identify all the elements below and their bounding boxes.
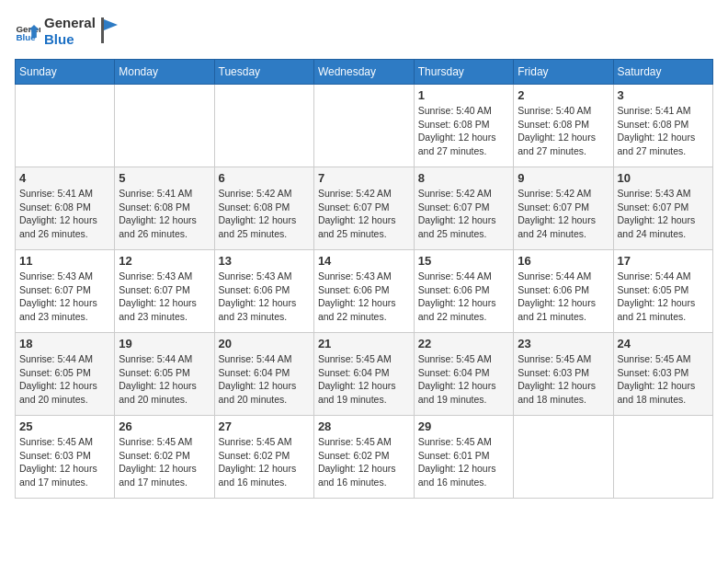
day-info: Sunrise: 5:42 AM Sunset: 6:08 PM Dayligh… <box>219 187 310 241</box>
calendar-cell: 9Sunrise: 5:42 AM Sunset: 6:07 PM Daylig… <box>514 167 613 250</box>
page-header: General Blue General Blue <box>15 15 713 48</box>
logo-icon: General Blue <box>15 18 40 44</box>
day-info: Sunrise: 5:44 AM Sunset: 6:06 PM Dayligh… <box>518 270 609 324</box>
calendar-week-row: 4Sunrise: 5:41 AM Sunset: 6:08 PM Daylig… <box>16 167 713 250</box>
calendar-table: SundayMondayTuesdayWednesdayThursdayFrid… <box>15 59 713 499</box>
calendar-cell: 22Sunrise: 5:45 AM Sunset: 6:04 PM Dayli… <box>414 333 514 416</box>
calendar-cell <box>313 85 414 167</box>
day-info: Sunrise: 5:42 AM Sunset: 6:07 PM Dayligh… <box>418 187 510 241</box>
calendar-cell: 10Sunrise: 5:43 AM Sunset: 6:07 PM Dayli… <box>613 167 712 250</box>
day-info: Sunrise: 5:41 AM Sunset: 6:08 PM Dayligh… <box>618 104 709 158</box>
day-info: Sunrise: 5:42 AM Sunset: 6:07 PM Dayligh… <box>318 187 410 241</box>
day-number: 29 <box>418 419 510 433</box>
day-number: 4 <box>19 171 110 185</box>
calendar-cell: 28Sunrise: 5:45 AM Sunset: 6:02 PM Dayli… <box>313 416 414 499</box>
calendar-cell: 23Sunrise: 5:45 AM Sunset: 6:03 PM Dayli… <box>514 333 613 416</box>
calendar-cell: 7Sunrise: 5:42 AM Sunset: 6:07 PM Daylig… <box>313 167 414 250</box>
day-number: 9 <box>518 171 609 185</box>
calendar-cell: 1Sunrise: 5:40 AM Sunset: 6:08 PM Daylig… <box>414 85 514 167</box>
day-number: 18 <box>19 337 110 350</box>
day-number: 22 <box>418 337 510 350</box>
calendar-cell: 5Sunrise: 5:41 AM Sunset: 6:08 PM Daylig… <box>115 167 214 250</box>
day-number: 10 <box>618 171 709 185</box>
day-number: 24 <box>618 337 709 350</box>
calendar-cell: 15Sunrise: 5:44 AM Sunset: 6:06 PM Dayli… <box>414 250 514 333</box>
calendar-cell: 4Sunrise: 5:41 AM Sunset: 6:08 PM Daylig… <box>16 167 115 250</box>
day-number: 11 <box>19 254 110 268</box>
day-info: Sunrise: 5:42 AM Sunset: 6:07 PM Dayligh… <box>518 187 609 241</box>
day-number: 6 <box>219 171 310 185</box>
svg-rect-3 <box>101 17 104 43</box>
calendar-cell: 13Sunrise: 5:43 AM Sunset: 6:06 PM Dayli… <box>214 250 313 333</box>
calendar-cell <box>514 416 613 499</box>
calendar-week-row: 25Sunrise: 5:45 AM Sunset: 6:03 PM Dayli… <box>16 416 713 499</box>
calendar-cell <box>613 416 712 499</box>
calendar-cell: 8Sunrise: 5:42 AM Sunset: 6:07 PM Daylig… <box>414 167 514 250</box>
calendar-cell <box>214 85 313 167</box>
day-number: 17 <box>618 254 709 268</box>
calendar-week-row: 18Sunrise: 5:44 AM Sunset: 6:05 PM Dayli… <box>16 333 713 416</box>
day-number: 25 <box>19 419 110 433</box>
column-header-sunday: Sunday <box>16 60 115 85</box>
day-number: 12 <box>119 254 210 268</box>
calendar-cell: 25Sunrise: 5:45 AM Sunset: 6:03 PM Dayli… <box>16 416 115 499</box>
day-info: Sunrise: 5:43 AM Sunset: 6:07 PM Dayligh… <box>618 187 709 241</box>
day-number: 28 <box>318 419 410 433</box>
calendar-cell: 12Sunrise: 5:43 AM Sunset: 6:07 PM Dayli… <box>115 250 214 333</box>
day-number: 23 <box>518 337 609 350</box>
calendar-cell: 24Sunrise: 5:45 AM Sunset: 6:03 PM Dayli… <box>613 333 712 416</box>
day-info: Sunrise: 5:45 AM Sunset: 6:03 PM Dayligh… <box>618 352 709 407</box>
column-header-wednesday: Wednesday <box>313 60 414 85</box>
logo: General Blue General Blue <box>15 15 119 48</box>
column-header-monday: Monday <box>115 60 214 85</box>
day-number: 15 <box>418 254 510 268</box>
day-number: 27 <box>219 419 310 433</box>
calendar-cell: 29Sunrise: 5:45 AM Sunset: 6:01 PM Dayli… <box>414 416 514 499</box>
day-number: 21 <box>318 337 410 350</box>
logo-flag-icon <box>99 17 119 45</box>
day-info: Sunrise: 5:40 AM Sunset: 6:08 PM Dayligh… <box>518 104 609 158</box>
day-info: Sunrise: 5:43 AM Sunset: 6:07 PM Dayligh… <box>119 270 210 324</box>
day-info: Sunrise: 5:45 AM Sunset: 6:01 PM Dayligh… <box>418 435 510 489</box>
day-info: Sunrise: 5:45 AM Sunset: 6:04 PM Dayligh… <box>418 352 510 407</box>
day-number: 19 <box>119 337 210 350</box>
calendar-cell: 3Sunrise: 5:41 AM Sunset: 6:08 PM Daylig… <box>613 85 712 167</box>
day-number: 5 <box>119 171 210 185</box>
calendar-cell: 2Sunrise: 5:40 AM Sunset: 6:08 PM Daylig… <box>514 85 613 167</box>
day-number: 26 <box>119 419 210 433</box>
day-info: Sunrise: 5:40 AM Sunset: 6:08 PM Dayligh… <box>418 104 510 158</box>
day-number: 14 <box>318 254 410 268</box>
calendar-cell <box>115 85 214 167</box>
day-info: Sunrise: 5:44 AM Sunset: 6:05 PM Dayligh… <box>618 270 709 324</box>
day-info: Sunrise: 5:43 AM Sunset: 6:06 PM Dayligh… <box>219 270 310 324</box>
day-info: Sunrise: 5:41 AM Sunset: 6:08 PM Dayligh… <box>19 187 110 241</box>
day-number: 20 <box>219 337 310 350</box>
calendar-cell: 21Sunrise: 5:45 AM Sunset: 6:04 PM Dayli… <box>313 333 414 416</box>
day-number: 3 <box>618 88 709 102</box>
day-info: Sunrise: 5:44 AM Sunset: 6:05 PM Dayligh… <box>119 352 210 407</box>
calendar-cell: 11Sunrise: 5:43 AM Sunset: 6:07 PM Dayli… <box>16 250 115 333</box>
calendar-cell: 27Sunrise: 5:45 AM Sunset: 6:02 PM Dayli… <box>214 416 313 499</box>
day-number: 1 <box>418 88 510 102</box>
day-info: Sunrise: 5:45 AM Sunset: 6:02 PM Dayligh… <box>318 435 410 489</box>
logo-blue: Blue <box>44 31 96 48</box>
day-number: 2 <box>518 88 609 102</box>
day-info: Sunrise: 5:44 AM Sunset: 6:06 PM Dayligh… <box>418 270 510 324</box>
calendar-week-row: 1Sunrise: 5:40 AM Sunset: 6:08 PM Daylig… <box>16 85 713 167</box>
day-info: Sunrise: 5:44 AM Sunset: 6:05 PM Dayligh… <box>19 352 110 407</box>
calendar-cell: 19Sunrise: 5:44 AM Sunset: 6:05 PM Dayli… <box>115 333 214 416</box>
calendar-cell: 26Sunrise: 5:45 AM Sunset: 6:02 PM Dayli… <box>115 416 214 499</box>
calendar-cell: 17Sunrise: 5:44 AM Sunset: 6:05 PM Dayli… <box>613 250 712 333</box>
day-info: Sunrise: 5:45 AM Sunset: 6:03 PM Dayligh… <box>19 435 110 489</box>
calendar-cell: 14Sunrise: 5:43 AM Sunset: 6:06 PM Dayli… <box>313 250 414 333</box>
calendar-header-row: SundayMondayTuesdayWednesdayThursdayFrid… <box>16 60 713 85</box>
day-info: Sunrise: 5:45 AM Sunset: 6:02 PM Dayligh… <box>119 435 210 489</box>
column-header-tuesday: Tuesday <box>214 60 313 85</box>
day-info: Sunrise: 5:41 AM Sunset: 6:08 PM Dayligh… <box>119 187 210 241</box>
calendar-cell: 20Sunrise: 5:44 AM Sunset: 6:04 PM Dayli… <box>214 333 313 416</box>
calendar-cell: 6Sunrise: 5:42 AM Sunset: 6:08 PM Daylig… <box>214 167 313 250</box>
day-number: 8 <box>418 171 510 185</box>
svg-marker-4 <box>104 19 118 30</box>
calendar-cell: 18Sunrise: 5:44 AM Sunset: 6:05 PM Dayli… <box>16 333 115 416</box>
day-info: Sunrise: 5:43 AM Sunset: 6:07 PM Dayligh… <box>19 270 110 324</box>
